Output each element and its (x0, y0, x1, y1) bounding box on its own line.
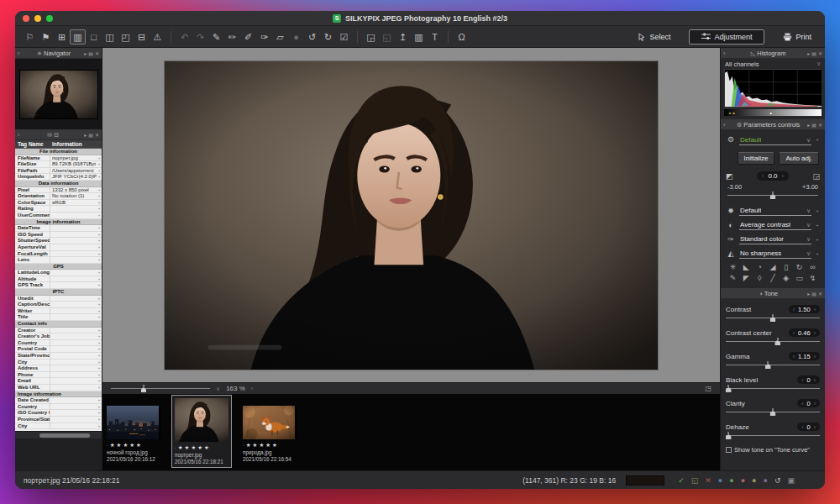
sharpness-dropdown-control[interactable]: No sharpness∨ (739, 248, 811, 259)
histogram-header[interactable]: › ◺Histogram ▸▤✕ (721, 48, 825, 59)
star-icon[interactable]: ★ (191, 444, 196, 451)
star-icon[interactable]: ★ (110, 442, 115, 449)
row-action-icon[interactable]: + (97, 244, 102, 251)
table-row[interactable]: Postal Code+ (15, 346, 102, 353)
channel-selector[interactable]: All channels ∨ (721, 59, 825, 69)
pen-area-icon[interactable]: ✑ (256, 29, 272, 45)
row-action-icon[interactable]: + (97, 251, 102, 258)
rotate-tool-icon[interactable]: ↻ (794, 263, 805, 271)
auto-adjust-button[interactable]: Auto adj. (779, 152, 819, 165)
row-action-icon[interactable]: + (97, 238, 102, 244)
tone-curve-checkbox-row[interactable]: Show tone on "Tone curve" (726, 446, 820, 454)
exif-table[interactable]: File informationFileNameпортрет.jpg+File… (15, 149, 102, 431)
panel-menu-icon[interactable]: ▸ (807, 50, 810, 56)
dodge-tool-icon[interactable]: ◣ (741, 263, 752, 271)
line-tool-icon[interactable]: ╱ (767, 274, 778, 282)
navigator-preview[interactable] (15, 59, 102, 129)
panel-menu-icon[interactable]: ▸ (807, 291, 810, 297)
multi-preview-icon[interactable]: ⊟ (134, 29, 150, 45)
keywords-folder-icon[interactable]: ⊟ (54, 132, 59, 138)
filmstrip-card[interactable]: ◦★★★★★ночной город.jpg2021/05/16 20:16:1… (107, 406, 160, 462)
star-icon[interactable]: ★ (204, 444, 209, 451)
tone-header[interactable]: ◑Tone ▸▤✕ (721, 288, 825, 299)
slider-value-box[interactable]: ‹0› (797, 423, 820, 431)
star-icon[interactable]: ★ (253, 442, 258, 449)
increase-icon[interactable]: › (814, 401, 816, 407)
table-row[interactable]: DateTime+ (15, 225, 102, 232)
comment-icon[interactable]: ✉ (47, 132, 52, 138)
table-row[interactable]: GPS Track+ (15, 282, 102, 289)
star-icon[interactable]: ★ (265, 442, 270, 449)
panel-list-icon[interactable]: ▤ (88, 50, 93, 56)
title-bar[interactable]: S SILKYPIX JPEG Photography 10 English #… (15, 11, 825, 26)
flag-right-icon[interactable]: ⚑ (38, 29, 54, 45)
row-action-icon[interactable]: + (97, 346, 102, 353)
panel-list-icon[interactable]: ▤ (88, 132, 93, 138)
navigator-header[interactable]: ‹ ✳Navigator ▸▤✕ (15, 48, 102, 59)
wedge-tool-icon[interactable]: ◤ (741, 274, 752, 282)
table-row[interactable]: Web URL+ (15, 385, 102, 391)
delete-mark-icon[interactable]: ✕ (705, 476, 711, 485)
minimize-button[interactable] (34, 15, 41, 22)
table-row[interactable]: OrientationNo rotation (1)+ (15, 193, 102, 200)
row-action-icon[interactable]: + (97, 200, 102, 207)
parameters-header[interactable]: › ⚙Parameters controls ▸▤✕ (721, 119, 825, 130)
slider-value-box[interactable]: ‹0› (797, 375, 820, 384)
table-row[interactable]: ShutterSpeed+ (15, 238, 102, 244)
row-action-icon[interactable]: + (97, 365, 102, 372)
star-icon[interactable]: ★ (129, 442, 134, 449)
row-action-icon[interactable]: + (97, 410, 102, 417)
crop2-tool-icon[interactable]: ▭ (794, 274, 805, 282)
slider-value-box[interactable]: ‹1.15› (789, 352, 820, 360)
table-row[interactable]: ISO Speed+ (15, 232, 102, 239)
panel-close-icon[interactable]: ✕ (818, 122, 822, 128)
taste-dropdown[interactable]: Default ∨ (739, 134, 811, 145)
table-row[interactable]: Title+ (15, 314, 102, 321)
panel-close-icon[interactable]: ✕ (95, 50, 99, 56)
star-icon[interactable]: ★ (117, 442, 122, 449)
row-action-icon[interactable]: + (97, 308, 102, 315)
collapse-left-icon[interactable]: ‹ (18, 50, 24, 57)
slider-value-box[interactable]: ‹0.46› (789, 328, 820, 337)
filmstrip-card[interactable]: ◦★★★★★портрет.jpg2021/05/16 22:18:21 (171, 395, 232, 468)
row-action-icon[interactable]: + (97, 270, 102, 276)
table-row[interactable]: UserComment+ (15, 213, 102, 219)
fullscreen-view-icon[interactable]: ◰ (118, 29, 134, 45)
panel-menu-icon[interactable]: ▸ (807, 122, 810, 128)
slider-value-box[interactable]: ‹1.50› (789, 305, 820, 313)
row-action-icon[interactable]: + (97, 333, 102, 340)
sharpness-dropdown[interactable]: ◭No sharpness∨+ (726, 246, 820, 260)
table-row[interactable]: ColorSpacesRGB+ (15, 200, 102, 207)
row-action-icon[interactable]: + (97, 417, 102, 423)
zoom-dropdown-icon[interactable]: ∨ (216, 386, 220, 392)
properties-header[interactable]: ‹ ✉⊟ ▸▤✕ (15, 129, 102, 140)
table-row[interactable]: Province/State+ (15, 417, 102, 423)
print-mode-button[interactable]: Print (776, 31, 818, 43)
warning-display-icon[interactable]: ⚠ (150, 29, 165, 45)
dropdown-add-icon[interactable]: + (815, 208, 820, 213)
save-mark-icon[interactable]: ▣ (787, 476, 795, 485)
tone-slider[interactable] (726, 386, 820, 393)
row-action-icon[interactable]: + (97, 206, 102, 213)
table-row[interactable]: FocalLength+ (15, 251, 102, 258)
image-preview-area[interactable] (102, 48, 720, 382)
panel-close-icon[interactable]: ✕ (95, 132, 99, 138)
row-action-icon[interactable]: + (97, 155, 102, 162)
crop-tool-icon[interactable]: ▱ (272, 29, 288, 45)
increase-icon[interactable]: › (814, 354, 816, 360)
dropdown-add-icon[interactable]: + (815, 237, 820, 242)
rotate-left-icon[interactable]: ↺ (304, 29, 320, 45)
table-row[interactable]: FileSize89.72KB (91871Byt+ (15, 161, 102, 168)
row-action-icon[interactable]: + (97, 302, 102, 308)
text-tool-icon[interactable]: T (427, 29, 443, 45)
confirm-mark-icon[interactable]: ✓ (678, 476, 685, 485)
tone-slider[interactable] (726, 409, 820, 417)
pen-add-icon[interactable]: ✏ (224, 29, 240, 45)
table-row[interactable]: ApertureVal+ (15, 244, 102, 251)
develop-icon[interactable]: ▥ (411, 29, 427, 45)
table-row[interactable]: Country+ (15, 340, 102, 347)
pen-remove-icon[interactable]: ✐ (240, 29, 256, 45)
pen-tool-icon[interactable]: ✎ (208, 29, 224, 45)
initialize-button[interactable]: Initialize (738, 152, 775, 165)
checkbox-icon[interactable] (726, 447, 732, 453)
